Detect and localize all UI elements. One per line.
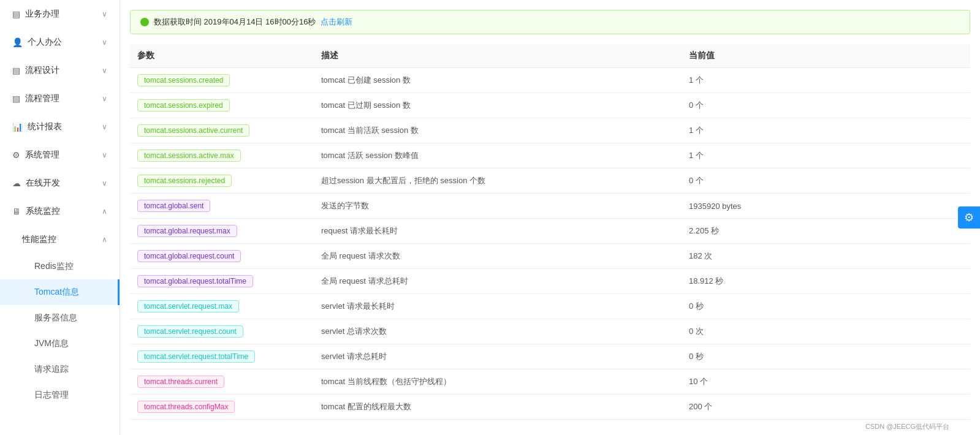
param-tag: tomcat.global.sent: [137, 200, 210, 212]
sidebar-item-process-manage[interactable]: ▤ 流程管理 ∨: [0, 85, 120, 113]
table-row: tomcat.global.sent 发送的字节数 1935920 bytes: [130, 194, 970, 219]
sidebar-item-sys-manage[interactable]: ⚙ 系统管理 ∨: [0, 141, 120, 169]
sidebar-item-business[interactable]: ▤ 业务办理 ∨: [0, 0, 120, 28]
sidebar-item-request-trace[interactable]: 请求追踪: [0, 357, 120, 382]
refresh-link[interactable]: 点击刷新: [321, 17, 352, 28]
table-cell-value: 0 秒: [682, 294, 970, 319]
table-row: tomcat.threads.configMax tomcat 配置的线程最大数…: [130, 395, 970, 420]
sidebar-item-process-design[interactable]: ▤ 流程设计 ∨: [0, 56, 120, 85]
sidebar-sub-label: 请求追踪: [34, 364, 69, 374]
table-cell-value: 182 次: [682, 244, 970, 269]
col-header-value: 当前值: [682, 44, 970, 68]
sys-manage-icon: ⚙: [12, 150, 20, 160]
sidebar-item-tomcat[interactable]: Tomcat信息: [0, 279, 120, 305]
business-icon: ▤: [12, 9, 20, 19]
chevron-down-icon: ∨: [102, 151, 107, 159]
table-row: tomcat.servlet.request.count servlet 总请求…: [130, 319, 970, 344]
param-tag: tomcat.servlet.request.max: [137, 300, 239, 312]
main-content: 数据获取时间 2019年04月14日 16时00分16秒 点击刷新 参数 描述 …: [120, 0, 980, 435]
table-cell-desc: 超过session 最大配置后，拒绝的 session 个数: [314, 168, 682, 194]
table-cell-value: 1 个: [682, 143, 970, 168]
sidebar-item-label: 个人办公: [28, 37, 102, 48]
param-tag: tomcat.servlet.request.totalTime: [137, 350, 255, 363]
sidebar-item-perf-monitor[interactable]: 性能监控 ∧: [0, 225, 120, 254]
table-cell-param: tomcat.servlet.request.totalTime: [130, 344, 314, 369]
chevron-down-icon: ∨: [102, 123, 107, 131]
sidebar-item-label: 系统管理: [25, 149, 102, 161]
table-row: tomcat.global.request.count 全局 request 请…: [130, 244, 970, 269]
table-cell-value: 1 个: [682, 118, 970, 143]
watermark: CSDN @JEECG低代码平台: [865, 422, 949, 431]
sidebar-item-redis[interactable]: Redis监控: [0, 254, 120, 279]
monitor-icon: 🖥: [12, 206, 21, 216]
sidebar-item-sys-monitor[interactable]: 🖥 系统监控 ∧: [0, 197, 120, 225]
table-row: tomcat.global.request.max request 请求最长耗时…: [130, 219, 970, 244]
table-row: tomcat.sessions.active.current tomcat 当前…: [130, 118, 970, 143]
chevron-down-icon: ∨: [102, 10, 107, 18]
col-header-param: 参数: [130, 44, 314, 68]
param-tag: tomcat.sessions.active.max: [137, 149, 241, 162]
param-tag: tomcat.global.request.max: [137, 225, 237, 237]
table-cell-param: tomcat.servlet.request.max: [130, 294, 314, 319]
table-cell-value: 1 个: [682, 68, 970, 93]
table-row: tomcat.threads.current tomcat 当前线程数（包括守护…: [130, 369, 970, 395]
table-cell-value: 0 个: [682, 93, 970, 118]
param-tag: tomcat.sessions.expired: [137, 99, 230, 112]
param-tag: tomcat.global.request.count: [137, 250, 241, 262]
sidebar-item-label: 流程管理: [25, 93, 102, 104]
sidebar-item-log-manage[interactable]: 日志管理: [0, 382, 120, 408]
table-cell-desc: 全局 request 请求次数: [314, 244, 682, 269]
sidebar-sub-label: 服务器信息: [34, 312, 77, 322]
param-tag: tomcat.threads.current: [137, 376, 224, 388]
table-cell-param: tomcat.sessions.created: [130, 68, 314, 93]
table-cell-value: 0 个: [682, 168, 970, 194]
sidebar-sub-label: JVM信息: [34, 338, 69, 348]
table-cell-value: 10 个: [682, 369, 970, 395]
info-text: 数据获取时间 2019年04月14日 16时00分16秒: [154, 17, 316, 28]
sidebar-item-personal[interactable]: 👤 个人办公 ∨: [0, 28, 120, 56]
table-cell-param: tomcat.global.request.totalTime: [130, 269, 314, 294]
param-tag: tomcat.servlet.request.count: [137, 325, 243, 338]
table-cell-desc: tomcat 已过期 session 数: [314, 93, 682, 118]
table-row: tomcat.sessions.rejected 超过session 最大配置后…: [130, 168, 970, 194]
param-tag: tomcat.sessions.active.current: [137, 124, 249, 137]
table-cell-desc: tomcat 活跃 session 数峰值: [314, 143, 682, 168]
table-cell-value: 18.912 秒: [682, 269, 970, 294]
table-cell-param: tomcat.global.request.max: [130, 219, 314, 244]
sidebar-sub-label: Redis监控: [34, 261, 74, 271]
sidebar-item-label: 业务办理: [25, 9, 102, 20]
table-cell-desc: 发送的字节数: [314, 194, 682, 219]
chevron-down-icon: ∨: [102, 66, 107, 75]
table-row: tomcat.servlet.request.max servlet 请求最长耗…: [130, 294, 970, 319]
table-cell-desc: tomcat 当前线程数（包括守护线程）: [314, 369, 682, 395]
sidebar-item-online-dev[interactable]: ☁ 在线开发 ∨: [0, 169, 120, 197]
sidebar-sub-label: 性能监控: [22, 234, 102, 245]
table-row: tomcat.global.request.totalTime 全局 reque…: [130, 269, 970, 294]
table-cell-param: tomcat.sessions.active.max: [130, 143, 314, 168]
sidebar-item-stats[interactable]: 📊 统计报表 ∨: [0, 113, 120, 141]
table-cell-desc: tomcat 已创建 session 数: [314, 68, 682, 93]
stats-icon: 📊: [12, 122, 23, 132]
sidebar-item-jvm[interactable]: JVM信息: [0, 331, 120, 357]
sidebar-item-server[interactable]: 服务器信息: [0, 305, 120, 331]
tomcat-table: 参数 描述 当前值 tomcat.sessions.created tomcat…: [130, 44, 970, 420]
table-row: tomcat.servlet.request.totalTime servlet…: [130, 344, 970, 369]
table-cell-desc: servlet 请求最长耗时: [314, 294, 682, 319]
table-cell-param: tomcat.threads.configMax: [130, 395, 314, 420]
sidebar-item-label: 流程设计: [25, 65, 102, 76]
table-cell-value: 1935920 bytes: [682, 194, 970, 219]
chevron-down-icon: ∨: [102, 179, 107, 187]
sidebar: ▤ 业务办理 ∨ 👤 个人办公 ∨ ▤ 流程设计 ∨ ▤ 流程管理 ∨ 📊 统计…: [0, 0, 120, 435]
sidebar-item-label: 在线开发: [26, 178, 102, 189]
gear-icon: ⚙: [964, 211, 974, 224]
chevron-down-icon: ∨: [102, 38, 107, 47]
chevron-up-icon: ∧: [102, 207, 107, 216]
table-cell-desc: request 请求最长耗时: [314, 219, 682, 244]
param-tag: tomcat.sessions.rejected: [137, 175, 232, 187]
table-cell-desc: tomcat 配置的线程最大数: [314, 395, 682, 420]
table-cell-param: tomcat.global.sent: [130, 194, 314, 219]
table-cell-param: tomcat.servlet.request.count: [130, 319, 314, 344]
status-dot: [140, 18, 149, 26]
table-cell-desc: servlet 总请求次数: [314, 319, 682, 344]
settings-button[interactable]: ⚙: [958, 206, 980, 229]
